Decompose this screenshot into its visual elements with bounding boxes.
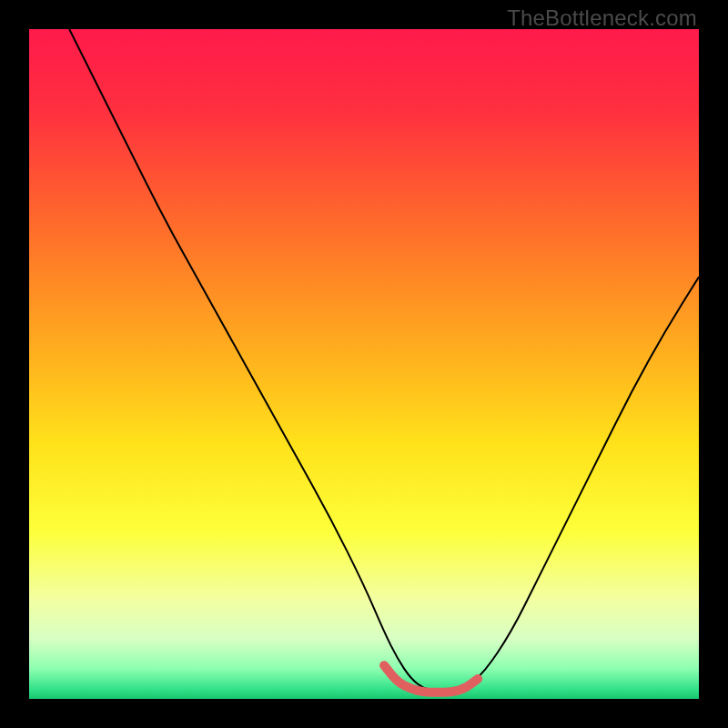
watermark-text: TheBottleneck.com — [507, 5, 697, 31]
bottleneck-curve — [69, 29, 699, 693]
flat-bottom-highlight — [384, 665, 478, 692]
plot-area — [29, 29, 699, 699]
chart-frame: TheBottleneck.com — [0, 0, 728, 728]
curve-layer — [29, 29, 699, 699]
